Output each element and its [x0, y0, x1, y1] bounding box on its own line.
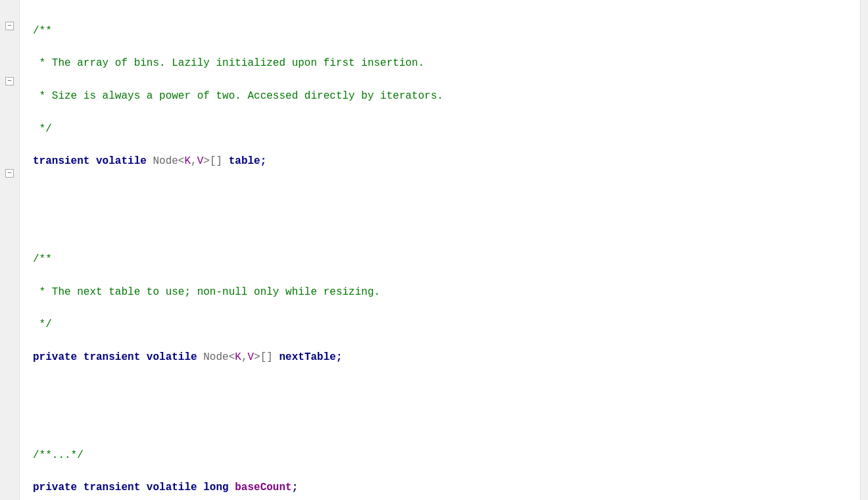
line-10: */	[33, 316, 847, 333]
line-8: /**	[33, 251, 847, 268]
comment-text: /**	[33, 25, 52, 37]
keyword: private transient volatile long	[33, 482, 235, 493]
editor-container: − − − /** * The array of bins. Lazily in…	[0, 0, 868, 500]
field-basecount: baseCount	[235, 482, 291, 493]
type-bracket2: >[]	[254, 351, 273, 363]
comment-text: * The array of bins. Lazily initialized …	[33, 57, 424, 69]
line-14: /**...*/	[33, 447, 847, 464]
line-2: * The array of bins. Lazily initialized …	[33, 55, 847, 72]
line-1: /**	[33, 23, 847, 39]
line-4: */	[33, 121, 847, 138]
keyword: private transient volatile	[33, 351, 203, 363]
field-table: table;	[222, 155, 266, 167]
line-15: private transient volatile long baseCoun…	[33, 480, 847, 496]
keyword: transient volatile	[33, 155, 153, 167]
generic-k: K	[184, 155, 191, 167]
line-7	[33, 218, 847, 235]
line-11: private transient volatile Node<K,V>[] n…	[33, 349, 847, 366]
comment-collapsed: /**...*/	[33, 449, 84, 461]
generic-k2: K	[235, 351, 241, 363]
scrollbar-vertical[interactable]	[860, 0, 868, 500]
line-5: transient volatile Node<K,V>[] table;	[33, 153, 847, 170]
field-next-table: nextTable;	[273, 351, 343, 363]
comment-text: */	[33, 123, 52, 135]
line-13	[33, 414, 847, 431]
comment-text: * The next table to use; non-null only w…	[33, 286, 380, 298]
type-name: Node<	[153, 155, 184, 167]
type-comma: ,	[191, 155, 197, 167]
generic-v: V	[197, 155, 204, 167]
type-bracket: >[]	[203, 155, 222, 167]
line-3: * Size is always a power of two. Accesse…	[33, 88, 847, 105]
comment-text: */	[33, 318, 52, 330]
comment-text: * Size is always a power of two. Accesse…	[33, 90, 443, 102]
code-content: /** * The array of bins. Lazily initiali…	[33, 7, 847, 500]
comment-text: /**	[33, 253, 52, 265]
type-name: Node<	[203, 351, 235, 363]
line-6	[33, 186, 847, 203]
generic-v2: V	[247, 351, 254, 363]
line-12	[33, 382, 847, 398]
code-area: /** * The array of bins. Lazily initiali…	[20, 0, 860, 500]
semicolon: ;	[292, 482, 299, 493]
fold-icon-1[interactable]: −	[5, 22, 14, 30]
fold-icon-2[interactable]: −	[5, 77, 14, 86]
line-9: * The next table to use; non-null only w…	[33, 284, 847, 301]
gutter: − − −	[0, 0, 20, 500]
fold-icon-4[interactable]: −	[5, 169, 14, 178]
